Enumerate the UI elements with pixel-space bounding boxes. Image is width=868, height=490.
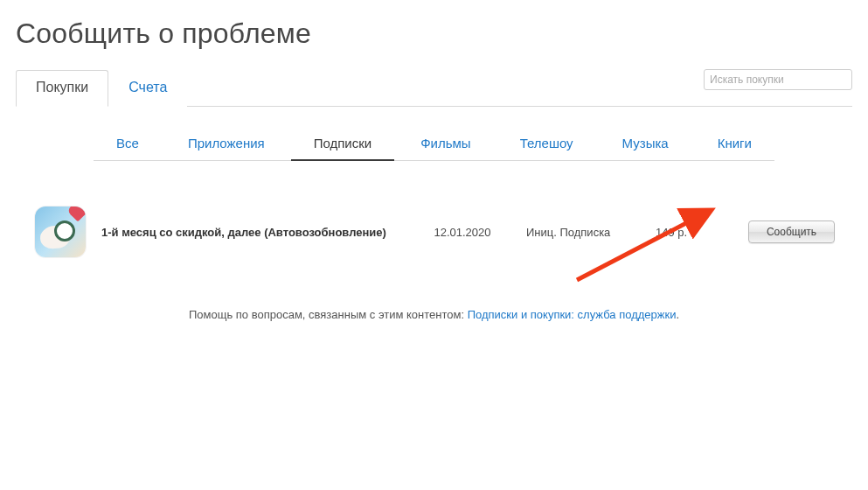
top-bar: Покупки Счета — [16, 69, 852, 107]
report-button[interactable]: Сообщить — [748, 220, 835, 243]
subtab-tvshows[interactable]: Телешоу — [497, 130, 596, 161]
help-prefix: Помощь по вопросам, связанным с этим кон… — [189, 308, 468, 321]
purchase-title: 1-й месяц со скидкой, далее (Автовозобно… — [101, 226, 399, 239]
subtab-apps[interactable]: Приложения — [165, 130, 288, 161]
search-wrap — [704, 69, 852, 97]
tab-purchases[interactable]: Покупки — [16, 70, 108, 107]
subtab-all[interactable]: Все — [94, 130, 162, 161]
subtab-subscriptions[interactable]: Подписки — [291, 130, 395, 161]
purchase-price: 149 р. — [656, 226, 717, 239]
purchase-date: 12.01.2020 — [414, 226, 510, 239]
help-suffix: . — [676, 308, 679, 321]
tab-invoices[interactable]: Счета — [108, 70, 187, 107]
search-input[interactable] — [704, 69, 852, 90]
heart-icon — [71, 207, 86, 222]
sub-tabs-wrap: Все Приложения Подписки Фильмы Телешоу М… — [16, 130, 852, 161]
sub-tabs: Все Приложения Подписки Фильмы Телешоу М… — [94, 130, 774, 161]
subtab-movies[interactable]: Фильмы — [398, 130, 493, 161]
subtab-books[interactable]: Книги — [695, 130, 774, 161]
help-link[interactable]: Подписки и покупки: служба поддержки — [468, 308, 677, 321]
subtab-music[interactable]: Музыка — [600, 130, 691, 161]
help-text: Помощь по вопросам, связанным с этим кон… — [16, 308, 852, 321]
page-title: Сообщить о проблеме — [16, 18, 852, 50]
app-icon — [35, 206, 86, 257]
purchase-status: Иниц. Подписка — [526, 226, 640, 239]
purchase-row: 1-й месяц со скидкой, далее (Автовозобно… — [16, 206, 852, 257]
main-tabs: Покупки Счета — [16, 69, 187, 106]
